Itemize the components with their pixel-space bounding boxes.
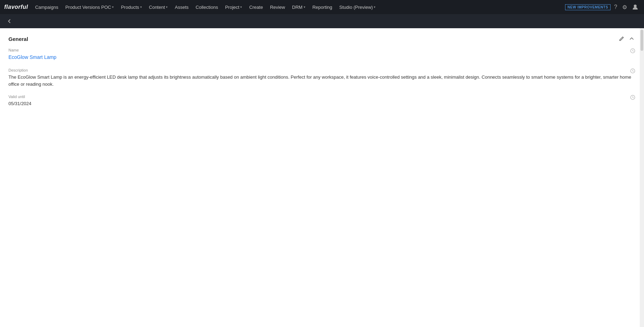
description-field: Description The EcoGlow Smart Lamp is an… bbox=[8, 68, 636, 87]
description-label: Description bbox=[8, 68, 636, 72]
navbar: flavorful Campaigns Product Versions POC… bbox=[0, 0, 644, 14]
nav-products[interactable]: Products ▾ bbox=[118, 0, 144, 14]
section-title: General bbox=[8, 36, 28, 42]
chevron-down-icon: ▾ bbox=[304, 5, 305, 9]
collapse-button[interactable] bbox=[628, 36, 636, 42]
brand-logo[interactable]: flavorful bbox=[4, 4, 28, 10]
new-improvements-button[interactable]: NEW IMPROVEMENTS bbox=[565, 4, 611, 10]
name-label: Name bbox=[8, 48, 636, 52]
help-icon[interactable]: ? bbox=[613, 2, 619, 12]
nav-drm[interactable]: DRM ▾ bbox=[289, 0, 308, 14]
description-history-icon[interactable] bbox=[630, 68, 636, 75]
chevron-down-icon: ▾ bbox=[166, 5, 168, 9]
valid-until-history-icon[interactable] bbox=[630, 95, 636, 101]
nav-campaigns[interactable]: Campaigns bbox=[32, 0, 61, 14]
description-value: The EcoGlow Smart Lamp is an energy-effi… bbox=[8, 74, 636, 87]
nav-collections[interactable]: Collections bbox=[193, 0, 221, 14]
nav-create[interactable]: Create bbox=[246, 0, 266, 14]
name-field: Name EcoGlow Smart Lamp bbox=[8, 48, 636, 61]
edit-button[interactable] bbox=[617, 35, 626, 42]
chevron-down-icon: ▾ bbox=[240, 5, 242, 9]
back-button[interactable] bbox=[4, 17, 15, 26]
name-value: EcoGlow Smart Lamp bbox=[8, 54, 636, 61]
settings-icon[interactable]: ⚙ bbox=[621, 2, 628, 12]
nav-review[interactable]: Review bbox=[267, 0, 288, 14]
nav-project[interactable]: Project ▾ bbox=[222, 0, 245, 14]
name-history-icon[interactable] bbox=[630, 48, 636, 55]
chevron-down-icon: ▾ bbox=[140, 5, 142, 9]
section-header: General bbox=[8, 35, 636, 42]
valid-until-label: Valid until bbox=[8, 95, 636, 99]
main-content: General Name EcoGlow Smart Lamp bbox=[0, 28, 644, 327]
valid-until-field: Valid until 05/31/2024 bbox=[8, 95, 636, 107]
svg-point-0 bbox=[634, 5, 637, 7]
subbar bbox=[0, 14, 644, 28]
user-icon[interactable] bbox=[631, 2, 640, 12]
nav-content[interactable]: Content ▾ bbox=[146, 0, 171, 14]
chevron-down-icon: ▾ bbox=[374, 5, 376, 9]
nav-studio[interactable]: Studio (Preview) ▾ bbox=[336, 0, 378, 14]
scrollbar[interactable] bbox=[640, 28, 644, 327]
valid-until-value: 05/31/2024 bbox=[8, 100, 636, 107]
chevron-down-icon: ▾ bbox=[112, 5, 114, 9]
navbar-right: NEW IMPROVEMENTS ? ⚙ bbox=[565, 2, 640, 12]
nav-assets[interactable]: Assets bbox=[172, 0, 191, 14]
section-actions bbox=[617, 35, 636, 42]
scroll-thumb[interactable] bbox=[640, 30, 643, 51]
nav-product-versions[interactable]: Product Versions POC ▾ bbox=[62, 0, 117, 14]
nav-reporting[interactable]: Reporting bbox=[310, 0, 335, 14]
